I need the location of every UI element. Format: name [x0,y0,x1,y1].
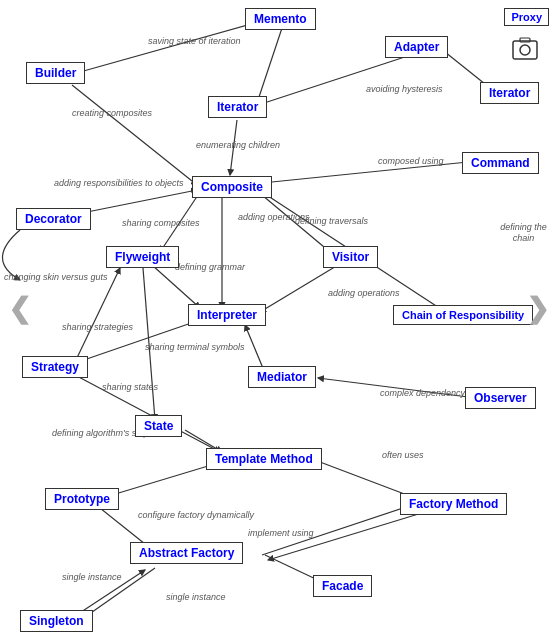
node-adapter[interactable]: Adapter [385,36,448,58]
node-chain[interactable]: Chain of Responsibility [393,305,533,325]
node-command[interactable]: Command [462,152,539,174]
label-sharing-composites: sharing composites [122,218,200,229]
svg-rect-31 [520,38,530,42]
label-avoiding-hysteresis: avoiding hysteresis [366,84,443,95]
node-interpreter[interactable]: Interpreter [188,304,266,326]
label-single-instance1: single instance [62,572,122,583]
label-often-uses: often uses [382,450,424,461]
node-state[interactable]: State [135,415,182,437]
svg-line-12 [260,265,338,312]
label-adding-operations2: adding operations [328,288,400,299]
node-prototype[interactable]: Prototype [45,488,119,510]
svg-line-1 [72,85,197,185]
label-enumerating: enumerating children [196,140,280,151]
label-sharing-states: sharing states [102,382,158,393]
svg-line-3 [258,52,420,105]
label-configure-factory: configure factory dynamically [138,510,254,521]
svg-line-2 [258,22,284,100]
node-iterator[interactable]: Iterator [208,96,267,118]
node-strategy[interactable]: Strategy [22,356,88,378]
node-bridge[interactable]: Iterator [480,82,539,104]
node-template[interactable]: Template Method [206,448,322,470]
label-creating-composites: creating composites [72,108,152,119]
node-decorator[interactable]: Decorator [16,208,91,230]
proxy-node[interactable]: Proxy [504,8,549,26]
node-abstract[interactable]: Abstract Factory [130,542,243,564]
node-flyweight[interactable]: Flyweight [106,246,179,268]
label-implement-using: implement using [248,528,314,539]
node-mediator[interactable]: Mediator [248,366,316,388]
node-facade[interactable]: Facade [313,575,372,597]
node-visitor[interactable]: Visitor [323,246,378,268]
proxy-icon [511,35,539,63]
nav-right-arrow[interactable]: ❯ [526,295,549,323]
svg-line-7 [72,190,197,215]
node-builder[interactable]: Builder [26,62,85,84]
label-defining-chain: defining the chain [490,222,557,244]
label-defining-grammar: defining grammar [175,262,245,273]
label-sharing-strategies: sharing strategies [62,322,133,333]
label-adding-resp: adding responsibilities to objects [54,178,184,189]
label-saving-state: saving state of iteration [148,36,241,47]
node-singleton[interactable]: Singleton [20,610,93,632]
label-single-instance2: single instance [166,592,226,603]
label-defining-traversals: defining traversals [295,216,368,227]
svg-line-0 [80,22,258,72]
node-observer[interactable]: Observer [465,387,536,409]
label-changing-skin: changing skin versus guts [4,272,108,283]
diagram-container: Memento Adapter Builder Iterator Iterato… [0,0,557,639]
svg-line-22 [112,463,218,495]
svg-point-30 [520,45,530,55]
node-memento[interactable]: Memento [245,8,316,30]
label-composed-using: composed using [378,156,444,167]
node-composite[interactable]: Composite [192,176,272,198]
nav-left-arrow[interactable]: ❮ [8,295,31,323]
node-factory[interactable]: Factory Method [400,493,507,515]
label-sharing-terminal: sharing terminal symbols [145,342,245,353]
svg-rect-29 [513,41,537,59]
